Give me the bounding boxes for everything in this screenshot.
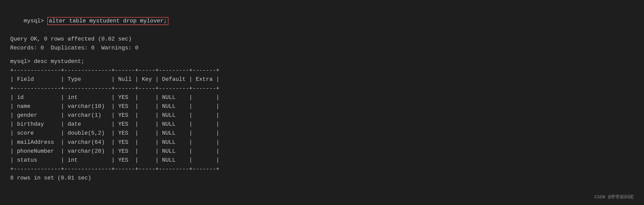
result-line-3: 8 rows in set (0.01 sec) bbox=[10, 174, 634, 183]
table-row-name: | name | varchar(10) | YES | | NULL | | bbox=[10, 102, 634, 111]
table-row-birthday: | birthday | date | YES | | NULL | | bbox=[10, 120, 634, 129]
result-line-2: Records: 0 Duplicates: 0 Warnings: 0 bbox=[10, 44, 634, 53]
table-header-row: | Field | Type | Null | Key | Default | … bbox=[10, 75, 634, 84]
table-separator-header: +--------------+--------------+------+--… bbox=[10, 84, 634, 93]
table-row-mailaddress: | mailAddress | varchar(64) | YES | | NU… bbox=[10, 138, 634, 147]
table-row-status: | status | int | YES | | NULL | | bbox=[10, 156, 634, 165]
watermark-text: CSDN @带带刷码呢 bbox=[594, 194, 634, 200]
table-row-gender: | gender | varchar(1) | YES | | NULL | | bbox=[10, 111, 634, 120]
command-line-1: mysql> alter table mystudent drop mylove… bbox=[10, 8, 634, 35]
table-row-phonenumber: | phoneNumber | varchar(20) | YES | | NU… bbox=[10, 147, 634, 156]
table-row-score: | score | double(5,2) | YES | | NULL | | bbox=[10, 129, 634, 138]
result-line-1: Query OK, 0 rows affected (0.02 sec) bbox=[10, 35, 634, 44]
command-line-2: mysql> desc mystudent; bbox=[10, 57, 634, 66]
prompt-1: mysql> bbox=[24, 18, 47, 24]
command-1-text: alter table mystudent drop mylover; bbox=[47, 17, 168, 25]
table-separator-bottom: +--------------+--------------+------+--… bbox=[10, 165, 634, 174]
table-row-id: | id | int | YES | | NULL | | bbox=[10, 93, 634, 102]
terminal-window: mysql> alter table mystudent drop mylove… bbox=[0, 0, 644, 205]
table-separator-top: +--------------+--------------+------+--… bbox=[10, 66, 634, 75]
